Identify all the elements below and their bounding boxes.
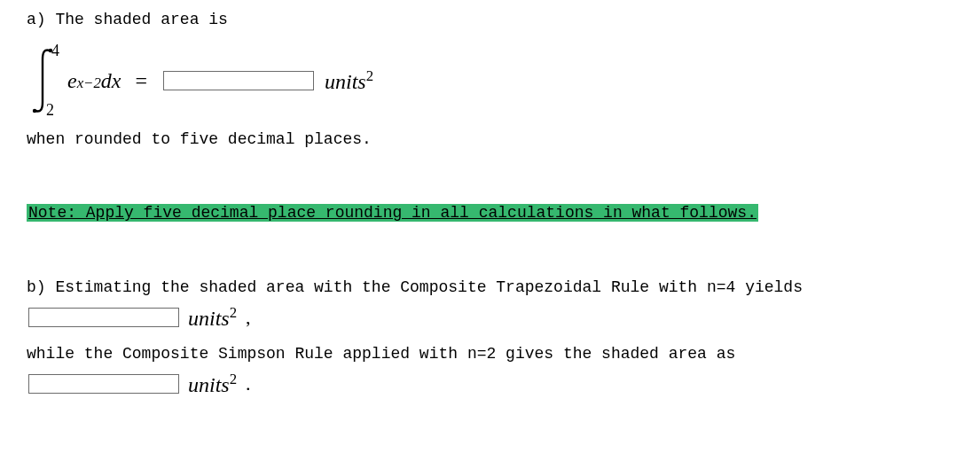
answer-input-trapezoidal[interactable] xyxy=(28,308,179,327)
trapezoidal-answer-row: units2 , xyxy=(27,304,953,331)
units-word: units xyxy=(188,307,230,330)
units-exp: 2 xyxy=(230,304,237,321)
part-a-label: a) The shaded area is xyxy=(27,9,953,31)
units-word: units xyxy=(188,373,230,396)
integral-lower-limit: 2 xyxy=(46,101,54,120)
document-page: a) The shaded area is 4 2 ex−2dx = units… xyxy=(0,0,980,397)
units-trapezoidal: units2 xyxy=(188,304,237,331)
comma: , xyxy=(246,306,251,329)
units-word: units xyxy=(325,70,366,93)
period: . xyxy=(246,372,251,395)
integrand-base: e xyxy=(67,69,77,93)
integrand: ex−2dx xyxy=(67,69,121,93)
units-exp: 2 xyxy=(230,371,237,387)
equals-sign: = xyxy=(135,69,147,93)
part-b-label: b) Estimating the shaded area with the C… xyxy=(27,277,953,299)
units-a: units2 xyxy=(325,67,373,94)
integral-upper-limit: 4 xyxy=(51,42,59,60)
integrand-exponent: x−2 xyxy=(77,74,101,92)
simpson-text: while the Composite Simpson Rule applied… xyxy=(27,343,953,365)
integral-expression: 4 2 ex−2dx = units2 xyxy=(27,45,384,116)
svg-point-1 xyxy=(33,109,36,113)
answer-input-simpson[interactable] xyxy=(28,374,179,394)
units-exp: 2 xyxy=(366,67,373,84)
simpson-answer-row: units2 . xyxy=(27,371,953,397)
integral-sign: 4 2 xyxy=(32,45,59,116)
rounding-text: when rounded to five decimal places. xyxy=(27,129,953,151)
note-line: Note: Apply five decimal place rounding … xyxy=(27,202,953,224)
answer-input-a[interactable] xyxy=(163,71,314,90)
note-highlight: Note: Apply five decimal place rounding … xyxy=(27,204,758,222)
units-simpson: units2 xyxy=(188,371,237,397)
differential: dx xyxy=(101,69,122,93)
